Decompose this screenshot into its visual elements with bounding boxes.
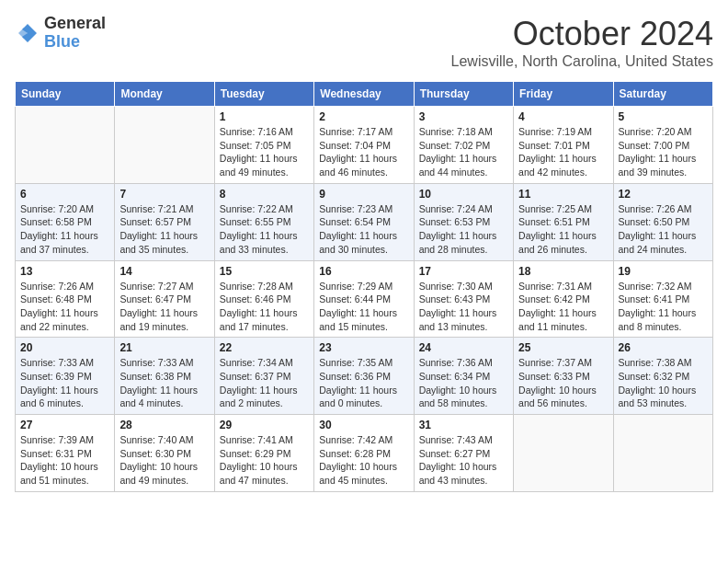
day-number: 9 bbox=[319, 188, 408, 201]
calendar-cell: 17Sunrise: 7:30 AMSunset: 6:43 PMDayligh… bbox=[414, 260, 513, 338]
calendar-cell bbox=[514, 415, 613, 492]
calendar-cell: 26Sunrise: 7:38 AMSunset: 6:32 PMDayligh… bbox=[613, 338, 712, 415]
day-header-friday: Friday bbox=[514, 82, 613, 107]
calendar-cell: 18Sunrise: 7:31 AMSunset: 6:42 PMDayligh… bbox=[514, 260, 613, 338]
day-info: Sunrise: 7:32 AMSunset: 6:41 PMDaylight:… bbox=[619, 280, 708, 334]
location-subtitle: Lewisville, North Carolina, United State… bbox=[451, 53, 713, 70]
day-info: Sunrise: 7:42 AMSunset: 6:28 PMDaylight:… bbox=[319, 433, 408, 488]
week-row-4: 20Sunrise: 7:33 AMSunset: 6:39 PMDayligh… bbox=[16, 338, 713, 415]
day-info: Sunrise: 7:18 AMSunset: 7:02 PMDaylight:… bbox=[419, 125, 508, 179]
day-number: 10 bbox=[419, 188, 508, 201]
day-header-wednesday: Wednesday bbox=[314, 82, 414, 107]
day-info: Sunrise: 7:21 AMSunset: 6:57 PMDaylight:… bbox=[119, 202, 209, 257]
calendar-cell: 28Sunrise: 7:40 AMSunset: 6:30 PMDayligh… bbox=[115, 415, 214, 492]
calendar-cell: 4Sunrise: 7:19 AMSunset: 7:01 PMDaylight… bbox=[514, 107, 613, 184]
day-header-saturday: Saturday bbox=[613, 82, 712, 107]
week-row-5: 27Sunrise: 7:39 AMSunset: 6:31 PMDayligh… bbox=[16, 415, 713, 492]
day-number: 17 bbox=[419, 265, 508, 278]
calendar-cell: 7Sunrise: 7:21 AMSunset: 6:57 PMDaylight… bbox=[115, 183, 214, 260]
day-number: 30 bbox=[319, 419, 408, 431]
calendar-cell: 15Sunrise: 7:28 AMSunset: 6:46 PMDayligh… bbox=[214, 260, 313, 338]
day-info: Sunrise: 7:29 AMSunset: 6:44 PMDaylight:… bbox=[319, 280, 408, 334]
day-number: 8 bbox=[220, 188, 309, 201]
day-number: 18 bbox=[518, 265, 608, 278]
calendar-cell: 16Sunrise: 7:29 AMSunset: 6:44 PMDayligh… bbox=[314, 260, 414, 338]
calendar-cell bbox=[115, 107, 214, 184]
calendar-cell: 10Sunrise: 7:24 AMSunset: 6:53 PMDayligh… bbox=[414, 183, 513, 260]
day-info: Sunrise: 7:22 AMSunset: 6:55 PMDaylight:… bbox=[220, 202, 309, 257]
day-header-sunday: Sunday bbox=[16, 82, 115, 107]
day-number: 21 bbox=[119, 341, 209, 354]
day-number: 7 bbox=[119, 188, 209, 201]
day-number: 19 bbox=[619, 265, 708, 278]
day-info: Sunrise: 7:36 AMSunset: 6:34 PMDaylight:… bbox=[419, 356, 508, 410]
day-info: Sunrise: 7:20 AMSunset: 7:00 PMDaylight:… bbox=[619, 125, 708, 179]
calendar-cell: 2Sunrise: 7:17 AMSunset: 7:04 PMDaylight… bbox=[314, 107, 414, 184]
day-number: 29 bbox=[220, 419, 309, 431]
day-info: Sunrise: 7:20 AMSunset: 6:58 PMDaylight:… bbox=[20, 202, 109, 257]
calendar-cell: 9Sunrise: 7:23 AMSunset: 6:54 PMDaylight… bbox=[314, 183, 414, 260]
day-number: 26 bbox=[619, 341, 708, 354]
day-number: 23 bbox=[319, 341, 408, 354]
day-info: Sunrise: 7:35 AMSunset: 6:36 PMDaylight:… bbox=[319, 356, 408, 410]
day-info: Sunrise: 7:24 AMSunset: 6:53 PMDaylight:… bbox=[419, 202, 508, 257]
day-info: Sunrise: 7:40 AMSunset: 6:30 PMDaylight:… bbox=[119, 433, 209, 488]
calendar-cell: 21Sunrise: 7:33 AMSunset: 6:38 PMDayligh… bbox=[115, 338, 214, 415]
day-info: Sunrise: 7:28 AMSunset: 6:46 PMDaylight:… bbox=[220, 280, 309, 334]
day-number: 11 bbox=[518, 188, 608, 201]
month-title: October 2024 bbox=[451, 15, 713, 53]
day-info: Sunrise: 7:34 AMSunset: 6:37 PMDaylight:… bbox=[220, 356, 309, 410]
day-number: 22 bbox=[220, 341, 309, 354]
calendar-cell: 22Sunrise: 7:34 AMSunset: 6:37 PMDayligh… bbox=[214, 338, 313, 415]
calendar-cell: 24Sunrise: 7:36 AMSunset: 6:34 PMDayligh… bbox=[414, 338, 513, 415]
calendar-cell: 3Sunrise: 7:18 AMSunset: 7:02 PMDaylight… bbox=[414, 107, 513, 184]
logo: General Blue bbox=[15, 15, 106, 52]
day-info: Sunrise: 7:31 AMSunset: 6:42 PMDaylight:… bbox=[518, 280, 608, 334]
day-number: 14 bbox=[119, 265, 209, 278]
day-info: Sunrise: 7:30 AMSunset: 6:43 PMDaylight:… bbox=[419, 280, 508, 334]
week-row-1: 1Sunrise: 7:16 AMSunset: 7:05 PMDaylight… bbox=[16, 107, 713, 184]
day-number: 24 bbox=[419, 341, 508, 354]
day-header-tuesday: Tuesday bbox=[214, 82, 313, 107]
day-info: Sunrise: 7:41 AMSunset: 6:29 PMDaylight:… bbox=[220, 433, 309, 488]
page-header: General Blue October 2024 Lewisville, No… bbox=[15, 15, 713, 70]
calendar-cell: 29Sunrise: 7:41 AMSunset: 6:29 PMDayligh… bbox=[214, 415, 313, 492]
calendar-table: SundayMondayTuesdayWednesdayThursdayFrid… bbox=[15, 81, 713, 492]
day-header-thursday: Thursday bbox=[414, 82, 513, 107]
day-number: 4 bbox=[518, 110, 608, 123]
week-row-2: 6Sunrise: 7:20 AMSunset: 6:58 PMDaylight… bbox=[16, 183, 713, 260]
day-number: 20 bbox=[20, 341, 109, 354]
day-header-monday: Monday bbox=[115, 82, 214, 107]
week-row-3: 13Sunrise: 7:26 AMSunset: 6:48 PMDayligh… bbox=[16, 260, 713, 338]
calendar-cell: 5Sunrise: 7:20 AMSunset: 7:00 PMDaylight… bbox=[613, 107, 712, 184]
day-info: Sunrise: 7:43 AMSunset: 6:27 PMDaylight:… bbox=[419, 433, 508, 488]
day-info: Sunrise: 7:33 AMSunset: 6:38 PMDaylight:… bbox=[119, 356, 209, 410]
day-number: 13 bbox=[20, 265, 109, 278]
day-info: Sunrise: 7:23 AMSunset: 6:54 PMDaylight:… bbox=[319, 202, 408, 257]
day-number: 31 bbox=[419, 419, 508, 431]
day-number: 25 bbox=[518, 341, 608, 354]
day-info: Sunrise: 7:25 AMSunset: 6:51 PMDaylight:… bbox=[518, 202, 608, 257]
day-number: 16 bbox=[319, 265, 408, 278]
calendar-cell: 27Sunrise: 7:39 AMSunset: 6:31 PMDayligh… bbox=[16, 415, 115, 492]
calendar-cell: 6Sunrise: 7:20 AMSunset: 6:58 PMDaylight… bbox=[16, 183, 115, 260]
calendar-cell: 19Sunrise: 7:32 AMSunset: 6:41 PMDayligh… bbox=[613, 260, 712, 338]
logo-text: General Blue bbox=[44, 15, 106, 52]
day-info: Sunrise: 7:17 AMSunset: 7:04 PMDaylight:… bbox=[319, 125, 408, 179]
calendar-cell: 31Sunrise: 7:43 AMSunset: 6:27 PMDayligh… bbox=[414, 415, 513, 492]
calendar-cell: 30Sunrise: 7:42 AMSunset: 6:28 PMDayligh… bbox=[314, 415, 414, 492]
day-number: 15 bbox=[220, 265, 309, 278]
day-info: Sunrise: 7:26 AMSunset: 6:48 PMDaylight:… bbox=[20, 280, 109, 334]
day-number: 6 bbox=[20, 188, 109, 201]
day-info: Sunrise: 7:26 AMSunset: 6:50 PMDaylight:… bbox=[619, 202, 708, 257]
logo-icon bbox=[15, 20, 40, 46]
day-number: 3 bbox=[419, 110, 508, 123]
calendar-cell: 11Sunrise: 7:25 AMSunset: 6:51 PMDayligh… bbox=[514, 183, 613, 260]
calendar-header-row: SundayMondayTuesdayWednesdayThursdayFrid… bbox=[16, 82, 713, 107]
calendar-cell bbox=[16, 107, 115, 184]
calendar-cell bbox=[613, 415, 712, 492]
day-number: 12 bbox=[619, 188, 708, 201]
day-number: 5 bbox=[619, 110, 708, 123]
day-number: 27 bbox=[20, 419, 109, 431]
day-info: Sunrise: 7:38 AMSunset: 6:32 PMDaylight:… bbox=[619, 356, 708, 410]
